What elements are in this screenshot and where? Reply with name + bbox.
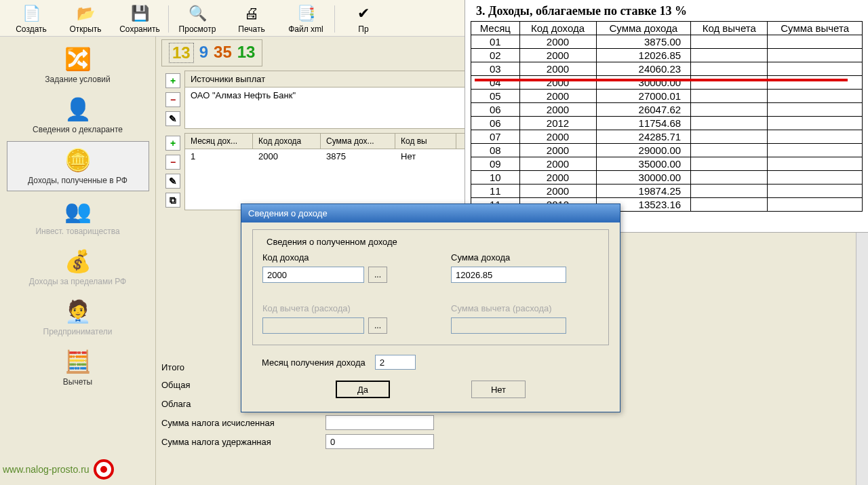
- toolbar-save[interactable]: 💾Сохранить: [113, 3, 167, 35]
- invest-icon: 👥: [64, 197, 92, 225]
- refdoc-title: 3. Доходы, облагаемые по ставке 13 %: [471, 3, 863, 21]
- entrepreneurs-icon: 🧑‍💼: [64, 297, 92, 326]
- highlight-line: [475, 79, 848, 81]
- sidebar-income-rf[interactable]: 🪙Доходы, полученные в РФ: [7, 141, 149, 191]
- watermark: www.nalog-prosto.ru: [3, 459, 114, 480]
- sidebar-foreign: 💰Доходы за пределами РФ: [7, 243, 149, 292]
- refdoc-row: 11200019874.25: [471, 185, 863, 198]
- month-label: Месяц получения дохода: [262, 357, 366, 368]
- income-col: Месяц дох...: [185, 134, 253, 149]
- foreign-icon: 💰: [64, 247, 92, 275]
- dsum-label: Сумма вычета (расхода): [451, 303, 599, 313]
- add-source-button[interactable]: +: [165, 73, 180, 88]
- filexml-icon: 📑: [296, 4, 315, 23]
- income-rf-icon: 🪙: [64, 146, 92, 174]
- edit-source-button[interactable]: ✎: [165, 111, 180, 126]
- refdoc-row: 03200024060.23: [471, 62, 863, 76]
- dialog-group-title: Сведения о полученном доходе: [262, 237, 401, 247]
- rate-tab-9[interactable]: 9: [199, 43, 208, 63]
- refdoc-row: 09200035000.00: [471, 157, 863, 171]
- summary-input-2[interactable]: [326, 415, 434, 430]
- open-icon: 📂: [76, 4, 95, 23]
- sidebar-deductions[interactable]: 🧮Вычеты: [7, 343, 149, 392]
- summary-input-3[interactable]: [326, 434, 434, 449]
- sidebar-conditions[interactable]: 🔀Задание условий: [7, 41, 149, 90]
- print-icon: 🖨: [242, 4, 261, 23]
- refdoc-row: 0120003875.00: [471, 35, 863, 49]
- toolbar-create[interactable]: 📄Создать: [4, 3, 58, 35]
- refdoc-row: 05200027000.01: [471, 90, 863, 103]
- deductions-icon: 🧮: [64, 347, 92, 376]
- remove-source-button[interactable]: −: [165, 92, 180, 107]
- dcode-label: Код вычета (расхода): [262, 303, 410, 313]
- create-icon: 📄: [22, 4, 41, 23]
- refdoc-row: 04200030000.00: [471, 76, 863, 90]
- copy-income-button[interactable]: ⧉: [165, 193, 180, 208]
- refdoc-row: 02200012026.85: [471, 49, 863, 62]
- summary-label: Сумма налога исчисленная: [161, 418, 317, 428]
- summary-label: Сумма налога удержанная: [161, 437, 317, 447]
- refdoc-row: 10200030000.00: [471, 171, 863, 185]
- deduction-code-input: [262, 317, 364, 334]
- sidebar-invest: 👥Инвест. товарищества: [7, 193, 149, 241]
- income-sum-input[interactable]: [451, 267, 566, 283]
- conditions-icon: 🔀: [64, 45, 92, 73]
- refdoc-row: 07200024285.71: [471, 130, 863, 144]
- sidebar-declarant[interactable]: 👤Сведения о декларанте: [7, 91, 149, 140]
- edit-income-button[interactable]: ✎: [165, 174, 180, 189]
- income-code-input[interactable]: [262, 267, 364, 283]
- deduction-sum-input: [451, 317, 566, 334]
- dialog-title: Сведения о доходе: [241, 204, 620, 222]
- income-col: Сумма дох...: [321, 134, 395, 149]
- income-dialog: Сведения о доходе Сведения о полученном …: [241, 203, 620, 412]
- refdoc-row: 06200026047.62: [471, 103, 863, 117]
- remove-income-button[interactable]: −: [165, 155, 180, 170]
- toolbar-preview[interactable]: 🔍Просмотр: [170, 3, 224, 35]
- refdoc-row: 08200029000.00: [471, 144, 863, 157]
- code-label: Код дохода: [262, 252, 410, 263]
- declarant-icon: 👤: [64, 95, 92, 123]
- rate-tab-35[interactable]: 35: [214, 43, 232, 63]
- reference-doc: 3. Доходы, облагаемые по ставке 13 % Мес…: [465, 0, 868, 233]
- rate-tab-13[interactable]: 13: [169, 43, 194, 63]
- rate-tab-13[interactable]: 13: [237, 43, 256, 63]
- sidebar-entrepreneurs: 🧑‍💼Предприниматели: [7, 293, 149, 342]
- income-row[interactable]: 120003875Нет: [185, 149, 469, 163]
- toolbar-check[interactable]: ✔Пр: [336, 3, 391, 35]
- browse-code-button[interactable]: ...: [368, 267, 387, 283]
- ok-button[interactable]: Да: [336, 381, 390, 398]
- save-icon: 💾: [130, 4, 149, 23]
- check-icon: ✔: [354, 4, 373, 23]
- income-col: Код вы: [395, 134, 456, 149]
- rate-tabs: 1393513: [161, 39, 262, 66]
- refdoc-row: 06201211754.68: [471, 117, 863, 130]
- toolbar-print[interactable]: 🖨Печать: [224, 3, 279, 35]
- vertical-scrollbar[interactable]: [856, 233, 868, 485]
- toolbar-filexml[interactable]: 📑Файл xml: [279, 3, 333, 35]
- sum-label: Сумма дохода: [451, 252, 599, 263]
- month-input[interactable]: [375, 355, 416, 370]
- income-col: Код дохода: [253, 134, 321, 149]
- cancel-button[interactable]: Нет: [471, 381, 526, 398]
- target-icon: [94, 459, 114, 480]
- add-income-button[interactable]: +: [165, 136, 180, 151]
- preview-icon: 🔍: [188, 4, 207, 23]
- toolbar-open[interactable]: 📂Открыть: [58, 3, 113, 35]
- browse-dcode-button[interactable]: ...: [368, 317, 387, 334]
